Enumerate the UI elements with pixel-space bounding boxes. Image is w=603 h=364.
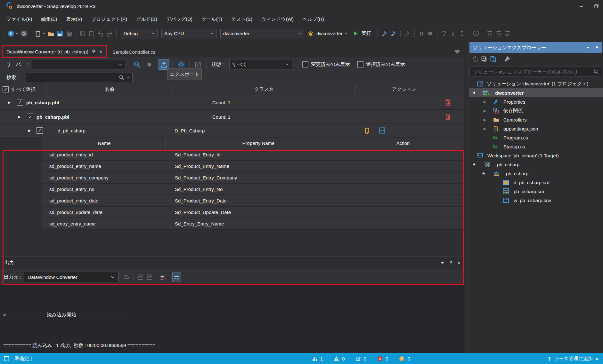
search-text-field[interactable] — [26, 75, 119, 80]
expander-icon[interactable]: ▶ — [28, 129, 31, 133]
close-icon[interactable]: × — [99, 49, 102, 54]
startup-project-select[interactable]: dwconverter — [220, 29, 304, 38]
open-folder-icon[interactable] — [46, 29, 55, 38]
search-options-dropdown[interactable] — [126, 75, 130, 78]
tree-item-controllers[interactable]: ▶ Controllers — [469, 115, 603, 124]
search-input[interactable] — [26, 73, 133, 82]
menu-view[interactable]: 表示(V) — [62, 14, 87, 24]
settings-gear-icon[interactable] — [175, 59, 186, 70]
tree-item-srw-file[interactable]: w_pb_csharp.srw — [469, 196, 603, 205]
redo-icon[interactable] — [105, 29, 114, 38]
tab-datawindow-converter[interactable]: DataWindow Converter (d_pb_csharp) × — [2, 45, 107, 58]
name-column-header[interactable]: 名前 — [46, 84, 173, 95]
save-icon[interactable] — [55, 29, 64, 38]
toolbar-grip[interactable] — [377, 30, 378, 37]
messages-counter[interactable]: 1 — [312, 356, 323, 361]
expander-icon[interactable]: ▶ — [472, 91, 477, 95]
tree-item-srd-file[interactable]: d_pb_csharp.srd — [469, 178, 603, 187]
expander-icon[interactable]: ▶ — [482, 171, 486, 175]
restore-button[interactable] — [594, 4, 599, 8]
menu-help[interactable]: ヘルプ(H) — [298, 14, 329, 24]
build-icon[interactable] — [380, 29, 389, 38]
action-column-header[interactable]: アクション — [355, 84, 453, 95]
solution-config-select[interactable]: Debug — [121, 29, 158, 38]
inner-action-header[interactable]: Action — [351, 138, 455, 149]
tree-item-sra-file[interactable]: pb_csharp.sra — [469, 187, 603, 196]
properties-wrench-icon[interactable] — [502, 55, 511, 64]
server-select[interactable] — [32, 60, 126, 69]
tree-item-dwconverter-project[interactable]: ▶ dwconverter — [469, 88, 603, 97]
next-message-icon[interactable] — [145, 273, 154, 281]
tree-item-workspace[interactable]: Workspace 'pb_csharp' (1 Target) — [469, 151, 603, 160]
goto-message-icon[interactable] — [122, 273, 131, 281]
undo-icon[interactable] — [96, 29, 105, 38]
navigate-forward-icon[interactable] — [20, 29, 29, 38]
previous-message-icon[interactable] — [136, 273, 145, 281]
menu-test[interactable]: テスト(S) — [227, 14, 257, 24]
help-counter[interactable]: ? 0 — [399, 356, 410, 361]
inner-name-header[interactable]: Name — [43, 138, 166, 149]
expander-icon[interactable]: ▶ — [484, 100, 486, 104]
search-icon[interactable] — [593, 69, 599, 75]
solution-search-input[interactable] — [470, 69, 593, 75]
column-row[interactable]: sd_product_entry_id Sd_Product_Entry_Id — [43, 149, 464, 161]
solution-platform-select[interactable]: Any CPU — [161, 29, 216, 38]
column-row[interactable]: sd_product_entry_company Sd_Product_Entr… — [43, 172, 464, 184]
save-all-icon[interactable] — [64, 29, 73, 38]
output-title-bar[interactable]: 出力 × — [0, 257, 464, 269]
menu-file[interactable]: ファイル(F) — [2, 14, 37, 24]
column-row[interactable]: sd_entry_entry_name Sd_Entry_Entry_Name — [43, 218, 464, 230]
select-all-header[interactable]: ✓ すべて選択 — [0, 84, 46, 95]
format-document-icon[interactable] — [503, 29, 512, 38]
show-modified-only-checkbox[interactable]: 変更済みのみ表示 — [302, 61, 350, 67]
toolbar-grip[interactable] — [414, 30, 415, 37]
menu-window[interactable]: ウィンドウ(W) — [257, 14, 298, 24]
delete-icon[interactable] — [444, 99, 451, 106]
table-row-pbl[interactable]: ▶ ✓ pb_csharp.pbl Count: 1 — [0, 110, 464, 124]
stop-convert-icon[interactable] — [144, 59, 155, 70]
menu-tools[interactable]: ツール(T) — [197, 14, 227, 24]
expander-icon[interactable]: ▶ — [472, 162, 477, 166]
background-tasks-icon[interactable] — [4, 356, 9, 361]
pause-icon[interactable] — [417, 29, 426, 38]
copy-icon[interactable] — [78, 29, 87, 38]
decrease-indent-icon[interactable] — [485, 29, 494, 38]
menu-build[interactable]: ビルド(B) — [132, 14, 162, 24]
pin-icon[interactable] — [92, 49, 96, 54]
new-project-icon[interactable] — [33, 29, 42, 38]
expander-icon[interactable]: ▶ — [18, 115, 20, 119]
inner-property-header[interactable]: Property Name — [166, 138, 351, 149]
tree-item-appsettings[interactable]: ▶ appsettings.json — [469, 124, 603, 133]
step-into-icon[interactable] — [449, 29, 458, 38]
tree-item-program[interactable]: C# Program.cs — [469, 133, 603, 142]
expander-icon[interactable]: ▶ — [484, 109, 486, 113]
stop-icon[interactable] — [426, 29, 435, 38]
tree-item-dependencies[interactable]: ▶ 依存関係 — [469, 106, 603, 115]
show-all-files-icon[interactable] — [489, 55, 498, 64]
delete-icon[interactable] — [444, 113, 451, 120]
output-log[interactable]: >------------------------ 読み込み開始 -------… — [0, 285, 464, 353]
menu-project[interactable]: プロジェクト(P) — [87, 14, 132, 24]
expander-icon[interactable]: ▶ — [484, 118, 486, 122]
view-code-icon[interactable] — [379, 127, 386, 134]
new-project-dropdown[interactable] — [43, 31, 46, 35]
search-icon[interactable] — [119, 75, 124, 80]
column-row[interactable]: sd_product_entry_date Sd_Product_Entry_D… — [43, 195, 464, 207]
tree-item-library-pbcsharp[interactable]: ▶ pb_csharp — [469, 169, 603, 178]
debug-target-label[interactable]: dwconverter — [316, 31, 343, 36]
run-icon[interactable] — [351, 29, 360, 38]
navigate-back-icon[interactable] — [6, 29, 15, 38]
toolbar-grip[interactable] — [469, 30, 470, 37]
status-filter-select[interactable]: すべて — [229, 60, 292, 69]
word-wrap-icon[interactable] — [172, 273, 181, 281]
warnings-counter[interactable]: 0 — [334, 356, 345, 361]
table-row-pbt[interactable]: ▶ ✓ pb_csharp.pbt Count: 1 — [0, 95, 464, 110]
view-source-icon[interactable] — [363, 127, 371, 134]
row-checkbox[interactable]: ✓ — [17, 99, 23, 106]
column-row[interactable]: sd_product_entry_no Sd_Product_Entry_No — [43, 184, 464, 195]
show-selected-only-checkbox[interactable]: 選択済みのみ表示 — [357, 61, 405, 67]
collapse-all-icon[interactable] — [480, 55, 489, 64]
cancel-build-icon[interactable] — [403, 29, 412, 38]
tree-item-properties[interactable]: ▶ Properties — [469, 97, 603, 106]
navigate-back-dropdown[interactable] — [16, 31, 19, 35]
